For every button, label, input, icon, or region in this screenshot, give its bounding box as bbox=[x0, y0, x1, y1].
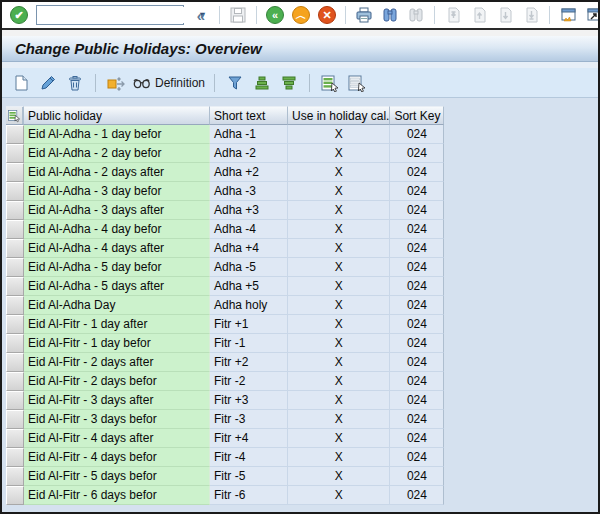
set-filter-button[interactable] bbox=[224, 72, 246, 94]
previous-page-button[interactable] bbox=[468, 4, 490, 26]
column-header-sort-key[interactable]: Sort Key bbox=[390, 106, 444, 125]
row-selector[interactable] bbox=[6, 144, 24, 163]
cell-public-holiday[interactable]: Eid Al-Adha - 2 day befor bbox=[24, 144, 210, 163]
select-all-corner-cell[interactable] bbox=[6, 106, 24, 125]
cell-short-text[interactable]: Adha +3 bbox=[210, 201, 288, 220]
cell-use-in-holiday-cal[interactable]: X bbox=[288, 429, 390, 448]
cell-public-holiday[interactable]: Eid Al-Fitr - 3 days befor bbox=[24, 410, 210, 429]
collapse-command-button[interactable]: « bbox=[190, 4, 212, 26]
row-selector[interactable] bbox=[6, 448, 24, 467]
cell-public-holiday[interactable]: Eid Al-Fitr - 2 days befor bbox=[24, 372, 210, 391]
cell-use-in-holiday-cal[interactable]: X bbox=[288, 315, 390, 334]
row-selector[interactable] bbox=[6, 182, 24, 201]
cell-short-text[interactable]: Fitr -5 bbox=[210, 467, 288, 486]
cell-public-holiday[interactable]: Eid Al-Adha Day bbox=[24, 296, 210, 315]
cell-short-text[interactable]: Adha +4 bbox=[210, 239, 288, 258]
sort-ascending-button[interactable] bbox=[251, 72, 273, 94]
cell-sort-key[interactable]: 024 bbox=[390, 296, 444, 315]
cell-sort-key[interactable]: 024 bbox=[390, 486, 444, 505]
cell-public-holiday[interactable]: Eid Al-Fitr - 1 day after bbox=[24, 315, 210, 334]
row-selector[interactable] bbox=[6, 410, 24, 429]
cell-public-holiday[interactable]: Eid Al-Fitr - 5 days befor bbox=[24, 467, 210, 486]
cell-short-text[interactable]: Adha -3 bbox=[210, 182, 288, 201]
cell-public-holiday[interactable]: Eid Al-Adha - 4 days after bbox=[24, 239, 210, 258]
cell-sort-key[interactable]: 024 bbox=[390, 220, 444, 239]
cell-public-holiday[interactable]: Eid Al-Fitr - 6 days befor bbox=[24, 486, 210, 505]
new-session-button[interactable] bbox=[557, 4, 579, 26]
cell-short-text[interactable]: Adha -2 bbox=[210, 144, 288, 163]
select-all-button[interactable] bbox=[319, 72, 341, 94]
cell-public-holiday[interactable]: Eid Al-Adha - 5 days after bbox=[24, 277, 210, 296]
cell-use-in-holiday-cal[interactable]: X bbox=[288, 353, 390, 372]
column-header-public-holiday[interactable]: Public holiday bbox=[24, 106, 210, 125]
cell-use-in-holiday-cal[interactable]: X bbox=[288, 334, 390, 353]
row-selector[interactable] bbox=[6, 201, 24, 220]
cancel-button[interactable]: ✕ bbox=[316, 4, 338, 26]
cell-use-in-holiday-cal[interactable]: X bbox=[288, 296, 390, 315]
cell-sort-key[interactable]: 024 bbox=[390, 448, 444, 467]
cell-use-in-holiday-cal[interactable]: X bbox=[288, 448, 390, 467]
definition-button[interactable]: Definition bbox=[132, 72, 205, 94]
next-page-button[interactable] bbox=[494, 4, 516, 26]
cell-sort-key[interactable]: 024 bbox=[390, 258, 444, 277]
cell-sort-key[interactable]: 024 bbox=[390, 315, 444, 334]
cell-use-in-holiday-cal[interactable]: X bbox=[288, 467, 390, 486]
cell-use-in-holiday-cal[interactable]: X bbox=[288, 163, 390, 182]
row-selector[interactable] bbox=[6, 220, 24, 239]
cell-sort-key[interactable]: 024 bbox=[390, 182, 444, 201]
cell-short-text[interactable]: Adha holy bbox=[210, 296, 288, 315]
cell-short-text[interactable]: Fitr +1 bbox=[210, 315, 288, 334]
cell-use-in-holiday-cal[interactable]: X bbox=[288, 239, 390, 258]
cell-short-text[interactable]: Fitr +2 bbox=[210, 353, 288, 372]
cell-public-holiday[interactable]: Eid Al-Fitr - 4 days befor bbox=[24, 448, 210, 467]
save-button[interactable] bbox=[227, 4, 249, 26]
command-input[interactable] bbox=[37, 7, 198, 23]
cell-sort-key[interactable]: 024 bbox=[390, 429, 444, 448]
cell-short-text[interactable]: Fitr -2 bbox=[210, 372, 288, 391]
cell-use-in-holiday-cal[interactable]: X bbox=[288, 486, 390, 505]
cell-use-in-holiday-cal[interactable]: X bbox=[288, 201, 390, 220]
cell-sort-key[interactable]: 024 bbox=[390, 277, 444, 296]
cell-sort-key[interactable]: 024 bbox=[390, 144, 444, 163]
cell-use-in-holiday-cal[interactable]: X bbox=[288, 182, 390, 201]
cell-use-in-holiday-cal[interactable]: X bbox=[288, 372, 390, 391]
create-button[interactable] bbox=[10, 72, 32, 94]
column-header-short-text[interactable]: Short text bbox=[210, 106, 288, 125]
choose-detail-button[interactable] bbox=[105, 72, 127, 94]
row-selector[interactable] bbox=[6, 239, 24, 258]
cell-public-holiday[interactable]: Eid Al-Adha - 4 day befor bbox=[24, 220, 210, 239]
find-next-button[interactable] bbox=[405, 4, 427, 26]
cell-sort-key[interactable]: 024 bbox=[390, 334, 444, 353]
row-selector[interactable] bbox=[6, 334, 24, 353]
row-selector[interactable] bbox=[6, 277, 24, 296]
cell-public-holiday[interactable]: Eid Al-Adha - 2 days after bbox=[24, 163, 210, 182]
enter-button[interactable]: ✔ bbox=[8, 4, 30, 26]
cell-sort-key[interactable]: 024 bbox=[390, 391, 444, 410]
cell-public-holiday[interactable]: Eid Al-Fitr - 3 days after bbox=[24, 391, 210, 410]
create-shortcut-button[interactable] bbox=[583, 4, 600, 26]
row-selector[interactable] bbox=[6, 296, 24, 315]
deselect-all-button[interactable] bbox=[346, 72, 368, 94]
cell-sort-key[interactable]: 024 bbox=[390, 467, 444, 486]
cell-short-text[interactable]: Fitr -4 bbox=[210, 448, 288, 467]
cell-public-holiday[interactable]: Eid Al-Adha - 5 day befor bbox=[24, 258, 210, 277]
row-selector[interactable] bbox=[6, 429, 24, 448]
change-button[interactable] bbox=[37, 72, 59, 94]
cell-public-holiday[interactable]: Eid Al-Fitr - 2 days after bbox=[24, 353, 210, 372]
cell-public-holiday[interactable]: Eid Al-Adha - 3 day befor bbox=[24, 182, 210, 201]
cell-sort-key[interactable]: 024 bbox=[390, 372, 444, 391]
row-selector[interactable] bbox=[6, 372, 24, 391]
cell-use-in-holiday-cal[interactable]: X bbox=[288, 391, 390, 410]
last-page-button[interactable] bbox=[520, 4, 542, 26]
cell-short-text[interactable]: Adha +2 bbox=[210, 163, 288, 182]
cell-sort-key[interactable]: 024 bbox=[390, 410, 444, 429]
sort-descending-button[interactable] bbox=[278, 72, 300, 94]
cell-use-in-holiday-cal[interactable]: X bbox=[288, 277, 390, 296]
row-selector[interactable] bbox=[6, 353, 24, 372]
cell-sort-key[interactable]: 024 bbox=[390, 201, 444, 220]
cell-short-text[interactable]: Fitr +4 bbox=[210, 429, 288, 448]
cell-use-in-holiday-cal[interactable]: X bbox=[288, 125, 390, 144]
exit-button[interactable]: ︿ bbox=[290, 4, 312, 26]
cell-short-text[interactable]: Fitr -6 bbox=[210, 486, 288, 505]
cell-sort-key[interactable]: 024 bbox=[390, 163, 444, 182]
